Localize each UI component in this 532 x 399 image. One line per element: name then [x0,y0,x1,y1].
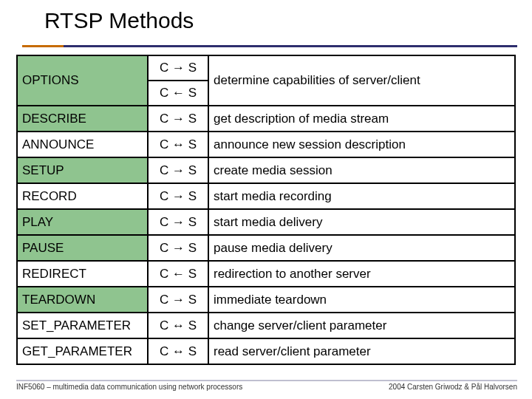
description-cell: determine capabilities of server/client [208,55,515,106]
description-cell: create media session [208,157,515,183]
method-cell: SET_PARAMETER [17,313,148,338]
description-cell: change server/client parameter [208,313,515,338]
description-cell: pause media delivery [208,235,515,261]
method-cell: PLAY [17,209,148,235]
method-cell: ANNOUNCE [17,132,148,157]
description-cell: read server/client parameter [208,338,515,364]
description-cell: redirection to another server [208,261,515,287]
method-cell: OPTIONS [17,55,148,106]
methods-table-wrap: OPTIONS C → S determine capabilities of … [16,55,516,365]
direction-cell: C ↔ S [148,132,208,157]
table-row: TEARDOWN C → S immediate teardown [17,287,515,313]
method-cell: GET_PARAMETER [17,338,148,364]
footer-left-text: INF5060 – multimedia data communication … [16,383,242,391]
description-cell: get description of media stream [208,106,515,132]
description-cell: start media delivery [208,209,515,235]
table-row: OPTIONS C → S determine capabilities of … [17,55,515,81]
method-cell: TEARDOWN [17,287,148,313]
direction-cell: C → S [148,106,208,132]
direction-cell: C ↔ S [148,338,208,364]
table-row: REDIRECT C ← S redirection to another se… [17,261,515,287]
direction-cell: C ← S [148,81,208,106]
table-row: DESCRIBE C → S get description of media … [17,106,515,132]
footer-rule [16,380,517,381]
method-cell: RECORD [17,183,148,209]
direction-cell: C → S [148,209,208,235]
title-accent-bar [22,45,64,47]
direction-cell: C ↔ S [148,313,208,338]
methods-table: OPTIONS C → S determine capabilities of … [16,55,516,365]
slide: RTSP Methods OPTIONS C → S determine cap… [0,0,532,399]
table-row: GET_PARAMETER C ↔ S read server/client p… [17,338,515,364]
direction-cell: C → S [148,287,208,313]
footer: INF5060 – multimedia data communication … [0,380,532,395]
title-block: RTSP Methods [28,4,517,47]
direction-cell: C → S [148,235,208,261]
direction-cell: C ← S [148,261,208,287]
table-row: PLAY C → S start media delivery [17,209,515,235]
table-row: SETUP C → S create media session [17,157,515,183]
direction-cell: C → S [148,55,208,81]
description-cell: start media recording [208,183,515,209]
table-row: SET_PARAMETER C ↔ S change server/client… [17,313,515,338]
table-row: RECORD C → S start media recording [17,183,515,209]
description-cell: announce new session description [208,132,515,157]
method-cell: REDIRECT [17,261,148,287]
table-row: ANNOUNCE C ↔ S announce new session desc… [17,132,515,157]
direction-cell: C → S [148,157,208,183]
slide-title: RTSP Methods [44,8,194,33]
method-cell: PAUSE [17,235,148,261]
direction-cell: C → S [148,183,208,209]
method-cell: SETUP [17,157,148,183]
table-row: PAUSE C → S pause media delivery [17,235,515,261]
method-cell: DESCRIBE [17,106,148,132]
description-cell: immediate teardown [208,287,515,313]
footer-right-text: 2004 Carsten Griwodz & Pål Halvorsen [389,383,517,391]
